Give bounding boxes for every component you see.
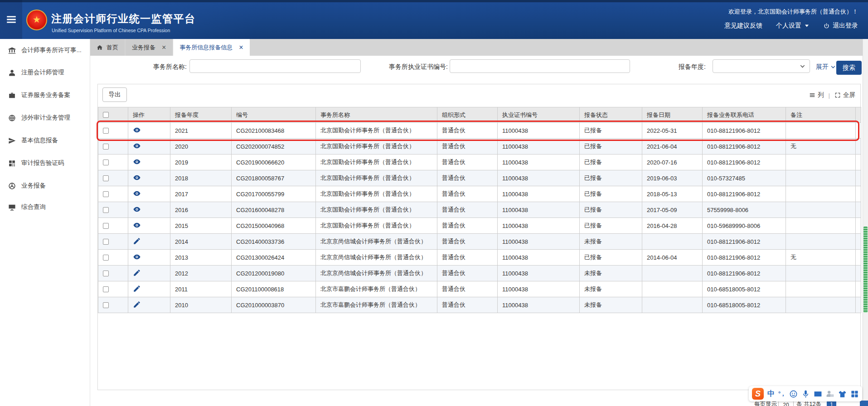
- date-cell: [642, 297, 703, 313]
- hamburger-icon: [5, 14, 17, 25]
- fullscreen-button[interactable]: 全屏: [834, 91, 855, 99]
- chinese-mode-icon[interactable]: 中: [767, 389, 775, 399]
- view-icon[interactable]: [133, 174, 141, 182]
- row-checkbox[interactable]: [103, 160, 109, 165]
- view-icon[interactable]: [133, 205, 141, 213]
- column-header: 报备日期: [642, 107, 703, 123]
- license-cell: 11000438: [498, 139, 580, 155]
- firm-name-input[interactable]: [189, 59, 361, 73]
- report-year-select[interactable]: [713, 59, 810, 73]
- columns-button[interactable]: 列: [809, 91, 824, 99]
- wheel-icon: [8, 182, 16, 190]
- close-icon[interactable]: ×: [162, 44, 166, 52]
- view-icon[interactable]: [133, 189, 141, 198]
- user-card-icon[interactable]: [826, 390, 834, 398]
- status-cell: 已报备: [580, 186, 642, 202]
- firm-name-cell: 北京国勤会计师事务所（普通合伙）: [316, 218, 437, 234]
- tab-2[interactable]: 业务报备×: [126, 39, 172, 56]
- report-year-label: 报备年度:: [671, 63, 706, 71]
- close-icon[interactable]: ×: [239, 44, 243, 52]
- app-window: ★ 注册会计师行业统一监管平台 Unified Supervision Plat…: [0, 0, 868, 406]
- sidebar-item-4[interactable]: 涉外审计业务管理: [0, 111, 90, 125]
- hamburger-menu-button[interactable]: [0, 0, 22, 39]
- chevron-down-icon: [830, 64, 836, 70]
- pagination-partial-element: [860, 401, 868, 406]
- export-button[interactable]: 导出: [102, 87, 127, 102]
- microphone-icon[interactable]: [801, 390, 810, 398]
- edit-icon[interactable]: [133, 269, 141, 277]
- row-checkbox[interactable]: [103, 286, 109, 292]
- sidebar-item-7[interactable]: 业务报备: [0, 179, 90, 193]
- toolbox-icon[interactable]: [850, 390, 859, 398]
- tab-3[interactable]: 事务所信息报备信息×: [173, 39, 249, 56]
- scrollbar-thumb[interactable]: [863, 227, 868, 313]
- view-icon[interactable]: [133, 158, 141, 166]
- sidebar-item-2[interactable]: 注册会计师管理: [0, 66, 90, 79]
- feedback-link[interactable]: 意见建议反馈: [724, 22, 762, 30]
- year-cell: 2012: [170, 266, 232, 281]
- row-checkbox[interactable]: [103, 302, 109, 308]
- table-row: 2012CG201200019080北京京尚信城会计师事务所（普通合伙）普通合伙…: [98, 266, 861, 281]
- keyboard-icon[interactable]: [814, 390, 822, 398]
- org-form-cell: 普通合伙: [437, 234, 498, 250]
- note-cell: [786, 218, 856, 234]
- code-cell: CG202100083468: [232, 123, 316, 139]
- emoji-icon[interactable]: [789, 390, 798, 398]
- sidebar-item-label: 会计师事务所许可事...: [21, 46, 82, 54]
- view-icon[interactable]: [133, 221, 141, 229]
- row-checkbox[interactable]: [103, 144, 109, 150]
- filler-cell: [856, 186, 861, 202]
- status-cell: 已报备: [580, 170, 642, 186]
- phone-cell: 57559998-8006: [703, 202, 786, 218]
- row-checkbox[interactable]: [103, 271, 109, 276]
- license-cell: 11000438: [498, 281, 580, 297]
- row-checkbox[interactable]: [103, 175, 109, 181]
- caret-down-icon: [804, 23, 810, 29]
- firm-name-cell: 北京国勤会计师事务所（普通合伙）: [316, 123, 437, 139]
- sidebar-item-label: 综合查询: [21, 203, 46, 211]
- license-cell: 11000438: [498, 218, 580, 234]
- sidebar-item-6[interactable]: 审计报告验证码: [0, 156, 90, 170]
- row-checkbox[interactable]: [103, 223, 109, 229]
- columns-icon: [809, 92, 815, 98]
- logout-link[interactable]: 退出登录: [823, 22, 858, 30]
- view-icon[interactable]: [133, 142, 141, 150]
- code-cell: CG201400033736: [232, 234, 316, 250]
- sidebar-item-5[interactable]: 基本信息报备: [0, 134, 90, 147]
- license-cell: 11000438: [498, 297, 580, 313]
- tab-1[interactable]: 首页: [90, 39, 125, 56]
- fullscreen-icon: [834, 92, 841, 98]
- edit-icon[interactable]: [133, 300, 141, 309]
- expand-toggle[interactable]: 展开: [816, 63, 836, 71]
- edit-icon[interactable]: [133, 237, 141, 245]
- send-icon: [8, 137, 16, 145]
- table-row: 2013CG201300026424北京京尚信城会计师事务所（普通合伙）普通合伙…: [98, 250, 861, 266]
- welcome-text: 欢迎登录，北京国勤会计师事务所（普通合伙）！: [728, 8, 858, 16]
- power-icon: [823, 23, 830, 29]
- sidebar-item-1[interactable]: 会计师事务所许可事...: [0, 44, 90, 57]
- sogou-logo[interactable]: S: [752, 388, 764, 400]
- row-checkbox[interactable]: [103, 207, 109, 213]
- row-checkbox[interactable]: [103, 239, 109, 245]
- row-checkbox[interactable]: [103, 255, 109, 261]
- vertical-scrollbar[interactable]: [863, 39, 868, 406]
- chevron-down-icon: [800, 63, 805, 69]
- select-all-checkbox[interactable]: [103, 112, 109, 118]
- view-icon[interactable]: [133, 253, 141, 261]
- year-cell: 2020: [170, 139, 232, 155]
- header-links: 意见建议反馈 个人设置 退出登录: [724, 22, 858, 30]
- sidebar-item-8[interactable]: 综合查询: [0, 200, 90, 214]
- view-icon[interactable]: [133, 126, 141, 134]
- monitor-icon: [8, 203, 16, 211]
- personal-settings-link[interactable]: 个人设置: [776, 22, 810, 30]
- row-checkbox[interactable]: [103, 128, 109, 134]
- sidebar-item-3[interactable]: 证券服务业务备案: [0, 88, 90, 102]
- punctuation-icon[interactable]: °，: [778, 390, 786, 398]
- license-no-input[interactable]: [450, 59, 630, 73]
- shirt-icon[interactable]: [838, 390, 847, 398]
- filler-cell: [856, 250, 861, 266]
- edit-icon[interactable]: [133, 285, 141, 293]
- firm-name-cell: 北京京尚信城会计师事务所（普通合伙）: [316, 234, 437, 250]
- search-button[interactable]: 搜索: [836, 61, 862, 75]
- row-checkbox[interactable]: [103, 191, 109, 197]
